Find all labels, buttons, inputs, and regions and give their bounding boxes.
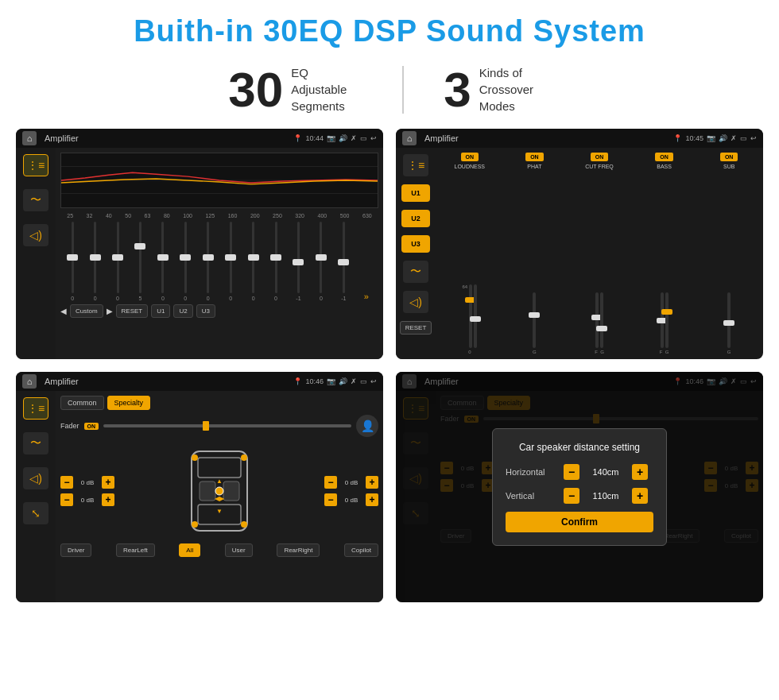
u3-btn-1[interactable]: U3 xyxy=(196,304,215,318)
phat-on-btn[interactable]: ON xyxy=(525,153,544,161)
vertical-val: 110cm xyxy=(586,491,626,501)
eq-slider-7[interactable]: 0 xyxy=(220,222,241,301)
car-diagram: ◀▶ ▲ ▼ xyxy=(119,443,320,539)
home-icon-1[interactable]: ⌂ xyxy=(22,131,37,145)
bass-on-btn[interactable]: ON xyxy=(655,153,673,161)
eq-slider-3[interactable]: 5 xyxy=(130,222,150,301)
play-arrow[interactable]: ▶ xyxy=(107,307,113,315)
stat-crossover-desc: Kinds ofCrossover Modes xyxy=(479,64,551,114)
dialog-box: Car speaker distance setting Horizontal … xyxy=(492,428,667,546)
eq-slider-0[interactable]: 0 xyxy=(62,222,83,301)
horizontal-plus-btn[interactable]: + xyxy=(632,464,648,480)
horizontal-label: Horizontal xyxy=(506,467,557,477)
dialog-title: Car speaker distance setting xyxy=(506,442,653,453)
u1-side-btn[interactable]: U1 xyxy=(401,184,430,202)
rearleft-btn[interactable]: RearLeft xyxy=(116,543,155,557)
sub-on-btn[interactable]: ON xyxy=(720,153,738,161)
custom-btn[interactable]: Custom xyxy=(70,304,103,318)
eq-icon-3[interactable]: ⋮≡ xyxy=(23,397,48,420)
speaker-icon-3[interactable]: ◁) xyxy=(23,467,48,489)
svg-point-11 xyxy=(192,521,198,528)
vol-fl-val: 0 dB xyxy=(76,479,99,486)
stat-eq-desc: EQ AdjustableSegments xyxy=(291,64,362,114)
reset-btn-1[interactable]: RESET xyxy=(116,304,149,318)
screen1-main: 2532405063 80100125160200 25032040050063… xyxy=(56,148,383,359)
eq-slider-12[interactable]: -1 xyxy=(333,222,354,301)
svg-rect-6 xyxy=(200,481,215,501)
eq-slider-9[interactable]: 0 xyxy=(265,222,286,301)
cutfreq-label: CUT FREQ xyxy=(585,164,614,169)
more-arrow[interactable]: » xyxy=(355,292,376,301)
svg-point-8 xyxy=(215,487,223,495)
wave-icon[interactable]: 〜 xyxy=(23,189,48,211)
eq-slider-8[interactable]: 0 xyxy=(242,222,263,301)
speaker-icon[interactable]: ◁) xyxy=(23,224,48,246)
stat-crossover: 3 Kinds ofCrossover Modes xyxy=(404,64,590,114)
driver-btn[interactable]: Driver xyxy=(60,543,91,557)
home-icon-2[interactable]: ⌂ xyxy=(402,131,417,145)
screen3-main: Common Specialty Fader ON 👤 − 0 dB xyxy=(56,391,383,602)
screen1-content: ⋮≡ 〜 ◁) xyxy=(16,148,383,359)
eq-slider-4[interactable]: 0 xyxy=(153,222,173,301)
stat-crossover-number: 3 xyxy=(444,65,471,114)
dialog-horizontal-row: Horizontal − 140cm + xyxy=(506,464,653,480)
arrows-icon-3[interactable]: ⤡ xyxy=(23,502,48,524)
eq-slider-1[interactable]: 0 xyxy=(84,222,105,301)
stats-row: 30 EQ AdjustableSegments 3 Kinds ofCross… xyxy=(0,56,779,129)
svg-rect-4 xyxy=(198,458,241,478)
reset-btn-side[interactable]: RESET xyxy=(400,321,432,335)
u2-side-btn[interactable]: U2 xyxy=(401,210,430,227)
vol-fr-plus[interactable]: + xyxy=(366,476,378,489)
vol-rr-minus[interactable]: − xyxy=(324,493,337,506)
u3-side-btn[interactable]: U3 xyxy=(401,235,430,253)
eq-slider-5[interactable]: 0 xyxy=(175,222,196,301)
loudness-on-btn[interactable]: ON xyxy=(461,153,479,161)
cutfreq-on-btn[interactable]: ON xyxy=(591,153,609,161)
vol-fl-plus[interactable]: + xyxy=(102,476,114,489)
status-icons-1: 📍10:44📷🔊✗▭↩ xyxy=(293,134,377,142)
page-title: Buith-in 30EQ DSP Sound System xyxy=(0,0,779,56)
status-icons-3: 📍10:46📷🔊✗▭↩ xyxy=(293,377,377,385)
u1-btn-1[interactable]: U1 xyxy=(151,304,170,318)
horizontal-minus-btn[interactable]: − xyxy=(564,464,579,480)
vol-fr-minus[interactable]: − xyxy=(324,476,337,489)
all-btn[interactable]: All xyxy=(179,543,200,557)
prev-arrow[interactable]: ◀ xyxy=(60,307,67,315)
speaker-icon-2[interactable]: ◁) xyxy=(403,291,428,313)
ch-loudness: ON LOUDNESS 64 0 xyxy=(440,153,499,354)
stat-eq: 30 EQ AdjustableSegments xyxy=(188,64,402,114)
vol-fl-minus[interactable]: − xyxy=(60,476,73,489)
bass-label: BASS xyxy=(657,164,672,169)
eq-icon[interactable]: ⋮≡ xyxy=(23,154,48,176)
rearright-btn[interactable]: RearRight xyxy=(277,543,320,557)
wave-icon-2[interactable]: 〜 xyxy=(403,261,428,283)
user-btn-3[interactable]: User xyxy=(225,543,253,557)
confirm-button[interactable]: Confirm xyxy=(506,512,653,532)
copilot-btn[interactable]: Copilot xyxy=(344,543,378,557)
eq-slider-11[interactable]: 0 xyxy=(311,222,331,301)
tabs-row-3: Common Specialty xyxy=(60,396,378,410)
eq-icon-2[interactable]: ⋮≡ xyxy=(403,154,428,176)
specialty-tab[interactable]: Specialty xyxy=(107,396,151,410)
screen2-sidebar: ⋮≡ U1 U2 U3 〜 ◁) RESET xyxy=(396,148,436,359)
vertical-label: Vertical xyxy=(506,491,557,501)
u2-btn-1[interactable]: U2 xyxy=(173,304,192,318)
eq-slider-6[interactable]: 0 xyxy=(198,222,219,301)
dialog-overlay: Car speaker distance setting Horizontal … xyxy=(396,372,763,602)
wave-icon-3[interactable]: 〜 xyxy=(23,432,48,454)
home-icon-3[interactable]: ⌂ xyxy=(22,374,37,389)
vol-rr-plus[interactable]: + xyxy=(366,493,378,506)
vertical-minus-btn[interactable]: − xyxy=(564,488,579,504)
fader-track[interactable] xyxy=(103,424,351,427)
vertical-plus-btn[interactable]: + xyxy=(632,488,648,504)
svg-point-10 xyxy=(241,454,247,461)
fader-on-badge[interactable]: ON xyxy=(84,423,99,430)
vol-rl-plus[interactable]: + xyxy=(102,493,114,506)
vol-rl-minus[interactable]: − xyxy=(60,493,73,506)
eq-slider-2[interactable]: 0 xyxy=(107,222,128,301)
eq-slider-10[interactable]: -1 xyxy=(288,222,308,301)
screen3-sidebar: ⋮≡ 〜 ◁) ⤡ xyxy=(16,391,56,602)
common-tab[interactable]: Common xyxy=(60,396,104,410)
horizontal-val: 140cm xyxy=(586,467,626,477)
dialog-vertical-row: Vertical − 110cm + xyxy=(506,488,653,504)
